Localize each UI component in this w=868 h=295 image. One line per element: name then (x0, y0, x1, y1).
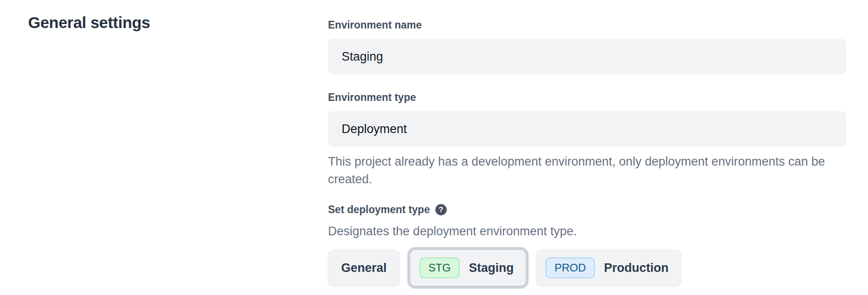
deployment-type-option-staging[interactable]: STG Staging (410, 250, 526, 286)
environment-type-input[interactable] (328, 111, 846, 147)
general-option-label: General (341, 261, 387, 275)
page-title: General settings (28, 14, 150, 32)
deployment-type-option-general[interactable]: General (328, 250, 400, 286)
deployment-type-option-production[interactable]: PROD Production (536, 250, 681, 286)
staging-option-label: Staging (469, 261, 514, 275)
environment-type-help-text: This project already has a development e… (328, 153, 833, 188)
set-deployment-type-label-row: Set deployment type ? (328, 204, 846, 215)
question-mark-help-icon[interactable]: ? (435, 204, 447, 215)
environment-name-input[interactable] (328, 39, 846, 74)
deployment-type-options: General STG Staging PROD Production (328, 250, 846, 286)
environment-name-label: Environment name (328, 19, 846, 31)
prod-badge: PROD (545, 257, 595, 279)
deployment-type-description: Designates the deployment environment ty… (328, 224, 846, 239)
stg-badge: STG (420, 257, 460, 279)
environment-type-label: Environment type (328, 91, 846, 103)
production-option-label: Production (604, 261, 669, 275)
general-settings-form: Environment name Environment type This p… (328, 19, 846, 286)
set-deployment-type-label: Set deployment type (328, 204, 430, 215)
